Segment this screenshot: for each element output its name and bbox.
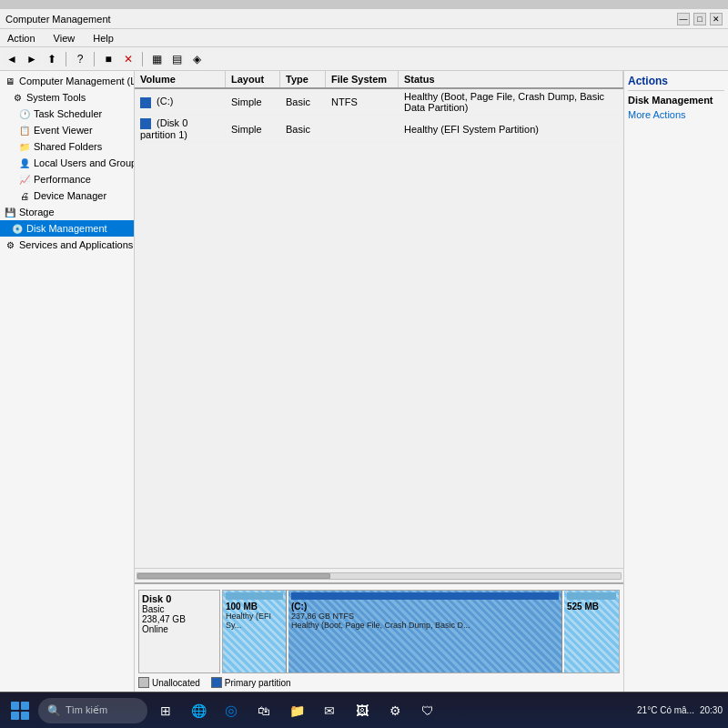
disk-part-efi[interactable]: 100 MB Healthy (EFI Sy... [223,591,287,672]
disk-0-partitions: 100 MB Healthy (EFI Sy... (C:) 237,86 GB… [222,590,620,673]
header-status[interactable]: Status [399,71,623,87]
legend-primary: Primary partition [211,677,291,688]
actions-title: Actions [628,75,724,91]
vol-c-layout: Simple [226,95,280,109]
sidebar-item-disk-management[interactable]: 💿 Disk Management [0,220,134,237]
sidebar-item-performance[interactable]: 📈 Performance [0,171,134,187]
vol-efi-fs [326,127,399,131]
taskview-button[interactable]: ⊞ [151,696,180,725]
vol-efi-type: Basic [280,122,326,136]
vol-c-status: Healthy (Boot, Page File, Crash Dump, Ba… [399,89,623,115]
disk-0-type: Basic [142,604,217,614]
toolbar-help[interactable]: ? [72,51,88,67]
photos-button[interactable]: 🖼 [348,696,377,725]
store-button[interactable]: 🛍 [249,696,278,725]
minimize-button[interactable]: — [677,13,690,25]
explorer-button[interactable]: 📁 [282,696,311,725]
mail-button[interactable]: ✉ [315,696,344,725]
right-panel: Volume Layout Type File System Status (C… [135,71,623,692]
taskbar: 🔍 Tìm kiếm ⊞ 🌐 ◎ 🛍 📁 ✉ 🖼 ⚙ 🛡 21°C Có mâ.… [0,692,728,728]
sidebar-item-task-scheduler[interactable]: 🕐 Task Scheduler [0,106,134,122]
sidebar-item-device-manager[interactable]: 🖨 Device Manager [0,187,134,204]
sidebar-label-services: Services and Applications [19,239,133,250]
win-quad-tr [21,702,29,710]
sidebar-item-root[interactable]: 🖥 Computer Management (Local) [0,73,134,89]
vol-efi-layout: Simple [226,122,280,136]
toolbar-up[interactable]: ⬆ [44,51,60,67]
toolbar-delete[interactable]: ✕ [120,51,136,67]
volume-row-c[interactable]: (C:) Simple Basic NTFS Healthy (Boot, Pa… [135,89,623,116]
security-button[interactable]: 🛡 [413,696,442,725]
toolbar-refresh[interactable]: ▤ [168,51,185,67]
disk-0-label: Disk 0 Basic 238,47 GB Online [138,590,220,673]
search-icon: 🔍 [47,704,61,717]
screen: Computer Management — □ ✕ Action View He… [0,9,728,728]
sidebar-label-disk-management: Disk Management [26,223,107,234]
toolbar-show-hide[interactable]: ■ [100,51,116,67]
toolbar-properties[interactable]: ▦ [148,51,165,67]
header-type[interactable]: Type [280,71,326,87]
event-viewer-icon: 📋 [18,124,31,136]
header-filesystem[interactable]: File System [326,71,399,87]
settings-button[interactable]: ⚙ [380,696,410,725]
disk-legend: Unallocated Primary partition [138,677,620,688]
volume-list: Volume Layout Type File System Status (C… [135,71,623,582]
disk-0-size: 238,47 GB [142,614,217,624]
start-button[interactable] [5,696,35,725]
sidebar: 🖥 Computer Management (Local) ⚙ System T… [0,71,135,692]
volume-row-efi[interactable]: (Disk 0 partition 1) Simple Basic Health… [135,116,623,143]
toolbar-sep-2 [94,52,95,66]
computer-icon: 🖥 [4,75,16,87]
sidebar-label-event-viewer: Event Viewer [34,125,93,136]
sidebar-item-storage[interactable]: 💾 Storage [0,204,134,220]
toolbar-extra[interactable]: ◈ [188,51,205,67]
header-layout[interactable]: Layout [226,71,280,87]
hscroll-track [136,572,622,580]
disk-0-name: Disk 0 [142,593,217,604]
sidebar-item-event-viewer[interactable]: 📋 Event Viewer [0,122,134,138]
vol-c-type: Basic [280,95,326,109]
task-scheduler-icon: 🕐 [18,107,31,120]
disk-part-recovery[interactable]: 525 MB [564,591,619,672]
taskbar-search[interactable]: 🔍 Tìm kiếm [38,698,147,723]
vol-c-fs: NTFS [326,95,399,109]
edge-button[interactable]: ◎ [217,696,246,725]
sidebar-item-services[interactable]: ⚙ Services and Applications [0,237,134,253]
disk-part-c[interactable]: (C:) 237,86 GB NTFS Healthy (Boot, Page … [288,591,562,672]
header-volume[interactable]: Volume [135,71,226,87]
sidebar-label-system-tools: System Tools [26,92,86,103]
local-users-icon: 👤 [18,157,31,169]
actions-more-link[interactable]: More Actions [628,108,724,121]
title-bar: Computer Management — □ ✕ [0,9,728,29]
window-title: Computer Management [5,14,111,25]
c-status: Healthy (Boot, Page File, Crash Dump, Ba… [291,621,559,630]
c-label: (C:) [291,602,559,612]
horizontal-scrollbar[interactable] [135,568,623,582]
menu-view[interactable]: View [50,33,79,44]
sidebar-item-local-users[interactable]: 👤 Local Users and Groups [0,155,134,171]
c-size: 237,86 GB NTFS [291,612,559,621]
search-label: Tìm kiếm [66,704,107,716]
sidebar-item-system-tools[interactable]: ⚙ System Tools [0,89,134,106]
menu-action[interactable]: Action [4,33,39,44]
sidebar-item-shared-folders[interactable]: 📁 Shared Folders [0,138,134,155]
device-manager-icon: 🖨 [18,189,31,202]
vol-efi-icon [140,118,151,129]
vol-c-volume: (C:) [135,94,226,109]
close-button[interactable]: ✕ [710,13,723,25]
widgets-button[interactable]: 🌐 [184,696,213,725]
volume-content-area: (C:) Simple Basic NTFS Healthy (Boot, Pa… [135,89,623,568]
maximize-button[interactable]: □ [693,13,706,25]
main-content: 🖥 Computer Management (Local) ⚙ System T… [0,71,728,692]
efi-size: 100 MB [226,602,283,612]
hscroll-thumb[interactable] [137,573,330,579]
sidebar-label-storage: Storage [19,207,55,217]
menu-help[interactable]: Help [89,33,117,44]
taskbar-clock: 20:30 [700,705,723,715]
toolbar-back[interactable]: ◄ [4,51,20,67]
recovery-bar [567,592,616,600]
sidebar-label-device-manager: Device Manager [34,190,106,201]
toolbar-sep-1 [66,52,66,66]
toolbar-forward[interactable]: ► [24,51,40,67]
performance-icon: 📈 [18,173,31,186]
